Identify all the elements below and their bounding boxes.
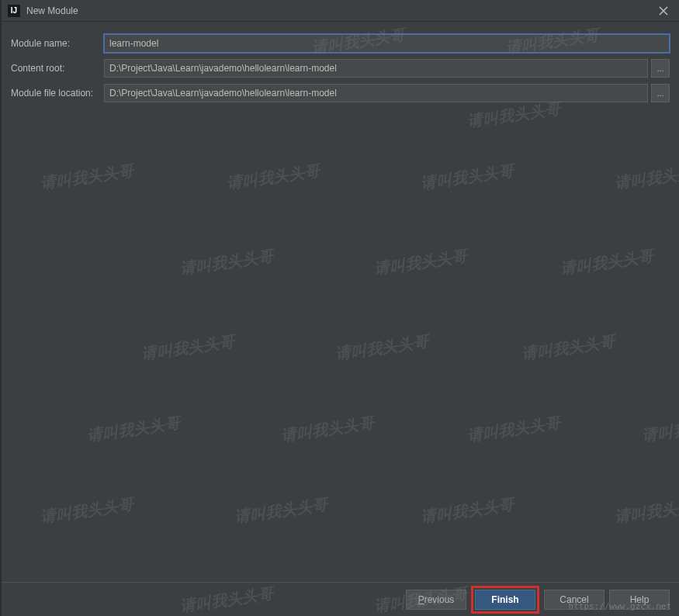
module-name-input[interactable] (104, 34, 670, 53)
content-root-browse-button[interactable]: ... (651, 59, 670, 78)
titlebar: IJ New Module (2, 0, 679, 22)
finish-button[interactable]: Finish (475, 590, 535, 610)
module-file-location-input[interactable] (104, 84, 648, 102)
module-file-location-browse-button[interactable]: ... (651, 84, 670, 102)
content-area: Module name: Content root: ... Module fi… (2, 22, 679, 582)
app-icon: IJ (8, 5, 20, 17)
content-root-label: Content root: (11, 63, 104, 74)
close-icon (659, 6, 668, 16)
content-root-input[interactable] (104, 59, 648, 78)
previous-button[interactable]: Previous (406, 590, 466, 610)
highlight-annotation: Finish (471, 586, 539, 614)
module-file-location-label: Module file location: (11, 88, 104, 99)
footer-url: https://www.gzcx.net (569, 601, 671, 611)
close-button[interactable] (654, 2, 673, 20)
module-name-label: Module name: (11, 38, 104, 49)
window-title: New Module (26, 5, 654, 16)
